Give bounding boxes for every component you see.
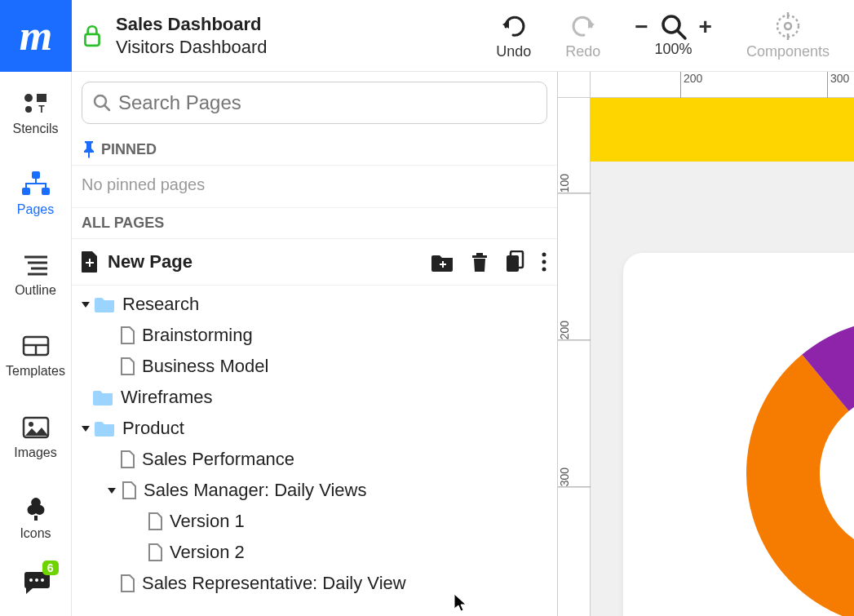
page-sales-performance[interactable]: Sales Performance [72, 444, 557, 475]
outline-icon [23, 255, 49, 276]
page-icon [121, 481, 137, 500]
lock-icon [82, 24, 103, 48]
ruler-vertical[interactable]: 100 200 300 [558, 98, 591, 616]
more-icon[interactable] [541, 251, 547, 273]
search-pages-box[interactable] [82, 82, 547, 124]
zoom-control: − + 100% [635, 13, 712, 58]
redo-button[interactable]: Redo [565, 11, 600, 60]
ruler-corner [558, 72, 591, 98]
svg-line-2 [678, 31, 685, 38]
undo-button[interactable]: Undo [496, 11, 531, 60]
document-subtitle[interactable]: Visitors Dashboard [116, 37, 267, 58]
page-icon [119, 357, 135, 376]
images-label: Images [14, 445, 56, 460]
new-folder-icon[interactable] [431, 252, 454, 272]
page-label: Business Model [142, 356, 268, 377]
page-icon [119, 450, 135, 469]
outline-label: Outline [15, 283, 56, 298]
ruler-tick: 200 [558, 318, 591, 340]
page-label: Brainstorming [142, 325, 253, 346]
ruler-horizontal[interactable]: 200 300 [591, 72, 854, 98]
svg-point-25 [35, 578, 38, 582]
sidebar-item-templates[interactable]: Templates [0, 315, 72, 396]
delete-icon[interactable] [471, 251, 489, 273]
svg-rect-12 [22, 188, 30, 195]
canvas-content[interactable] [591, 98, 854, 616]
new-page-label[interactable]: New Page [108, 251, 192, 273]
no-pinned-text: No pinned pages [72, 166, 557, 207]
zoom-label: 100% [655, 41, 692, 58]
page-version-1[interactable]: Version 1 [72, 506, 557, 537]
search-icon [92, 93, 112, 113]
page-icon [147, 512, 163, 531]
chevron-down-icon [106, 485, 117, 496]
folder-product[interactable]: Product [72, 413, 557, 444]
templates-label: Templates [6, 364, 65, 379]
page-label: Version 2 [170, 542, 245, 563]
svg-point-26 [41, 578, 44, 582]
comment-badge: 6 [42, 561, 59, 575]
svg-line-28 [104, 105, 109, 110]
folder-research[interactable]: Research [72, 289, 557, 320]
lock-button[interactable] [72, 24, 113, 48]
pinned-label: PINNED [101, 141, 157, 158]
images-icon [22, 416, 50, 439]
undo-icon [500, 14, 528, 38]
sidebar-item-images[interactable]: Images [0, 396, 72, 476]
donut-chart [737, 310, 854, 616]
folder-icon [95, 295, 116, 313]
stencils-label: Stencils [12, 122, 58, 136]
new-page-row: New Page [72, 239, 557, 286]
sidebar-item-stencils[interactable]: T Stencils [0, 72, 72, 153]
folder-label: Research [122, 294, 199, 315]
logo-text: m [20, 11, 52, 60]
sidebar-item-pages[interactable]: Pages [0, 153, 72, 233]
components-icon [774, 12, 802, 40]
page-version-2[interactable]: Version 2 [72, 537, 557, 568]
folder-icon [93, 388, 114, 406]
duplicate-icon[interactable] [505, 250, 524, 273]
document-titles: Sales Dashboard Visitors Dashboard [113, 14, 267, 58]
pin-icon [82, 140, 96, 158]
chevron-down-icon [80, 299, 91, 310]
svg-point-31 [542, 253, 546, 257]
zoom-out-button[interactable]: − [635, 14, 648, 40]
folder-wireframes[interactable]: Wireframes [72, 382, 557, 413]
zoom-icon[interactable] [660, 13, 688, 41]
page-business-model[interactable]: Business Model [72, 351, 557, 382]
app-logo[interactable]: m [0, 0, 72, 72]
svg-point-7 [24, 94, 33, 102]
pages-label: Pages [17, 202, 54, 217]
folder-icon [95, 419, 116, 437]
new-page-icon[interactable] [80, 250, 100, 273]
folder-label: Product [122, 418, 184, 439]
sidebar-item-comments[interactable]: 6 [0, 558, 72, 607]
canvas-yellow-bar [591, 98, 854, 162]
page-brainstorming[interactable]: Brainstorming [72, 320, 557, 351]
zoom-in-button[interactable]: + [699, 14, 712, 40]
page-sales-manager[interactable]: Sales Manager: Daily Views [72, 475, 557, 506]
svg-point-33 [542, 268, 546, 272]
page-label: Sales Performance [142, 449, 294, 470]
components-button[interactable]: Components [746, 11, 830, 60]
svg-rect-13 [42, 188, 50, 195]
sidebar-item-icons[interactable]: Icons [0, 476, 72, 557]
components-label: Components [746, 43, 830, 60]
stencils-icon: T [22, 91, 50, 116]
document-title[interactable]: Sales Dashboard [116, 14, 267, 35]
svg-point-24 [29, 578, 33, 582]
svg-rect-29 [507, 255, 519, 272]
sidebar-item-outline[interactable]: Outline [0, 234, 72, 315]
page-sales-representative[interactable]: Sales Representative: Daily View [72, 568, 557, 599]
templates-icon [22, 335, 50, 357]
ruler-tick: 300 [827, 72, 849, 98]
svg-rect-23 [34, 516, 38, 521]
page-icon [147, 543, 163, 562]
pages-icon [20, 170, 52, 199]
page-label: Sales Manager: Daily Views [144, 480, 367, 501]
redo-label: Redo [565, 43, 600, 60]
redo-icon [569, 14, 597, 38]
search-pages-input[interactable] [118, 91, 537, 114]
chevron-down-icon [80, 423, 91, 434]
svg-point-22 [29, 422, 33, 427]
